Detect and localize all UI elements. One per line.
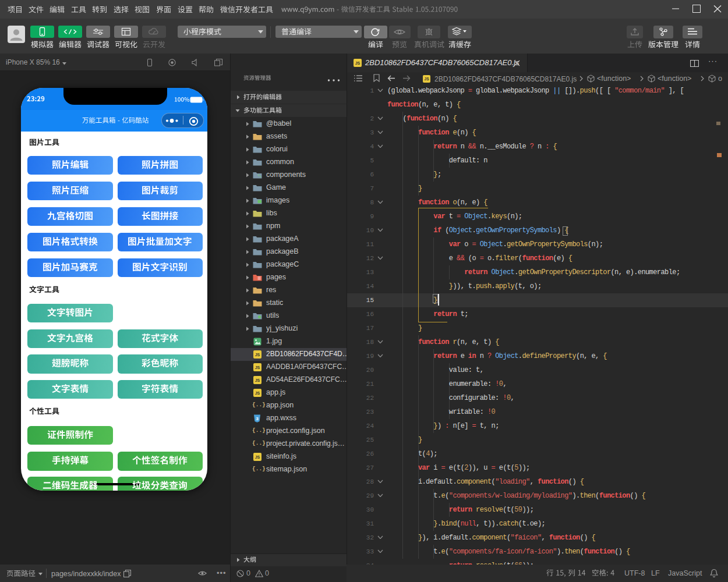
svg-text:3: 3 (256, 416, 259, 421)
